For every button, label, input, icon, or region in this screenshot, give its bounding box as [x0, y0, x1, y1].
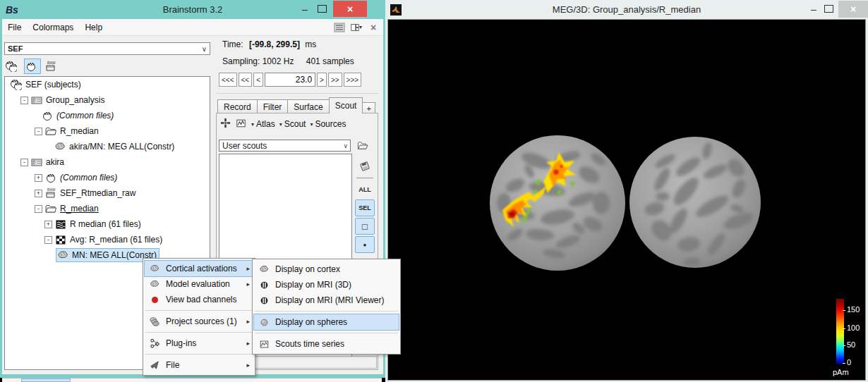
cortical-activations-submenu: Display on cortex Display on MRI (3D) Di…	[252, 259, 401, 355]
tree-row-label: (Common files)	[56, 111, 114, 121]
show-contour-button[interactable]: □	[355, 218, 375, 235]
menu-item-view-bad-channels[interactable]: View bad channels	[145, 292, 253, 307]
window-layout-icon[interactable]: ▾	[351, 23, 362, 32]
scout-menu-label: Scout	[284, 119, 306, 129]
view-functional-button[interactable]	[24, 58, 41, 74]
minimize-button[interactable]: –	[296, 3, 313, 16]
time-unit: ms	[305, 39, 316, 49]
show-selection-button[interactable]: SEL	[355, 199, 375, 216]
atlas-menu[interactable]: ▾Atlas	[251, 119, 275, 129]
time-fast-forward-button[interactable]: >>	[328, 73, 342, 87]
tree-row[interactable]: +(Common files)	[5, 170, 210, 185]
menu-item-model-evaluation[interactable]: Model evaluation ▸	[145, 276, 253, 292]
maximize-button[interactable]	[318, 5, 327, 13]
expand-icon[interactable]: +	[35, 190, 42, 197]
menu-item-plugins[interactable]: Plug-ins ▸	[145, 335, 253, 351]
menu-item-scouts-time-series[interactable]: Scouts time series	[254, 336, 399, 352]
close-button[interactable]: ×	[333, 1, 367, 17]
menu-item-display-on-spheres[interactable]: Display on spheres	[254, 314, 399, 330]
title-bar[interactable]: MEG/3D: Group_analysis/R_median	[385, 0, 868, 19]
scout-timeseries-button[interactable]	[235, 118, 247, 130]
menu-item-label: Model evaluation	[166, 279, 230, 289]
tree-row[interactable]: +SEF_Rtmedian_raw	[5, 185, 210, 201]
collapse-icon[interactable]: -	[44, 236, 52, 244]
menu-item-display-on-cortex[interactable]: Display on cortex	[254, 261, 399, 277]
menu-colormaps[interactable]: Colormaps	[27, 20, 79, 35]
colorbar[interactable]	[836, 299, 844, 364]
time-forward-button[interactable]: >	[317, 73, 327, 87]
sources-stack-icon	[147, 316, 162, 327]
expand-icon[interactable]: +	[35, 174, 42, 182]
close-panel-icon[interactable]: ×	[368, 23, 379, 32]
tab-scout[interactable]: Scout	[329, 97, 363, 113]
colorbar-label: 150	[847, 305, 860, 314]
title-bar[interactable]: Bs Brainstorm 3.2	[0, 0, 385, 19]
new-scout-button[interactable]	[220, 118, 231, 130]
menu-item-label: Cortical activations	[166, 264, 237, 273]
tab-surface[interactable]: Surface	[287, 99, 329, 113]
close-button[interactable]: ×	[838, 1, 868, 18]
tree-row[interactable]: -akira	[5, 154, 210, 170]
tree-row[interactable]: +R median (61 files)	[5, 216, 210, 232]
tree-row[interactable]: akira/MN: MEG ALL(Constr)	[5, 139, 210, 154]
menu-item-file[interactable]: File ▸	[145, 357, 253, 373]
chevron-down-icon: ▾	[279, 121, 282, 128]
save-atlas-button[interactable]	[355, 158, 375, 175]
atlas-select[interactable]: User scouts ∨	[219, 140, 351, 152]
view-conditions-button[interactable]	[44, 58, 61, 74]
maximize-button[interactable]	[824, 5, 833, 13]
colorbar-unit: pAm	[833, 368, 849, 376]
collapse-icon[interactable]: -	[35, 128, 42, 135]
spheres-render[interactable]	[387, 19, 866, 381]
background-window-button[interactable]	[21, 378, 71, 382]
layout-list-icon[interactable]	[334, 23, 345, 32]
menu-item-label: File	[166, 360, 179, 370]
time-last-button[interactable]: >>>	[344, 73, 362, 87]
collapse-icon[interactable]: -	[20, 159, 28, 166]
time-navigation: <<< << < > >> >>>	[219, 73, 361, 87]
tree-row-label: SEF_Rtmedian_raw	[60, 188, 135, 198]
tree-row[interactable]: -R_median	[5, 123, 210, 139]
separator	[145, 310, 253, 311]
minimize-button[interactable]: –	[806, 3, 821, 16]
menu-file[interactable]: File	[2, 20, 27, 35]
time-first-button[interactable]: <<<	[219, 73, 237, 87]
tree-row[interactable]: (Common files)	[5, 108, 210, 123]
tab-filter[interactable]: Filter	[257, 99, 289, 113]
load-atlas-button[interactable]	[354, 139, 371, 152]
tree-row[interactable]: -R_median	[5, 201, 210, 216]
chevron-down-icon: ▾	[359, 24, 362, 30]
tree-row[interactable]: -Avg: R_median (61 files)	[5, 232, 210, 247]
mri-icon	[257, 281, 271, 290]
separator	[356, 178, 373, 178]
show-center-dot-button[interactable]: ●	[355, 236, 375, 253]
view-subjects-button[interactable]	[4, 58, 21, 74]
red-dot-icon	[147, 297, 162, 303]
sources-menu[interactable]: ▾Sources	[310, 119, 346, 129]
menu-item-display-on-mri-3d[interactable]: Display on MRI (3D)	[254, 277, 399, 292]
chevron-right-icon: ▸	[246, 362, 250, 369]
colorbar-tick	[843, 328, 845, 329]
separator	[255, 311, 398, 312]
time-back-button[interactable]: <	[253, 73, 263, 87]
samples-label: 401 samples	[306, 56, 354, 66]
current-time-input[interactable]	[265, 73, 315, 87]
collapse-icon[interactable]: -	[20, 97, 28, 104]
menu-help[interactable]: Help	[79, 20, 108, 35]
expand-icon[interactable]: +	[44, 221, 52, 228]
menu-item-display-on-mri-viewer[interactable]: Display on MRI (MRI Viewer)	[254, 292, 399, 308]
collapse-icon[interactable]: -	[35, 205, 42, 213]
tab-record[interactable]: Record	[217, 99, 258, 113]
tree-row[interactable]: -Group_analysis	[5, 92, 210, 108]
protocol-select[interactable]: SEF ∨	[4, 42, 210, 55]
context-menu: Cortical activations ▸ Model evaluation …	[143, 258, 255, 376]
tree-row[interactable]: SEF (subjects)	[5, 77, 210, 92]
scout-menu[interactable]: ▾Scout	[279, 119, 306, 129]
chevron-right-icon: ▸	[246, 265, 250, 272]
time-fast-back-button[interactable]: <<	[239, 73, 253, 87]
select-all-button[interactable]: ALL	[355, 181, 375, 198]
window-title: Brainstorm 3.2	[0, 4, 385, 15]
tab-add[interactable]: +	[362, 102, 375, 113]
menu-item-cortical-activations[interactable]: Cortical activations ▸	[145, 261, 253, 276]
menu-item-project-sources[interactable]: Project sources (1) ▸	[145, 314, 253, 329]
